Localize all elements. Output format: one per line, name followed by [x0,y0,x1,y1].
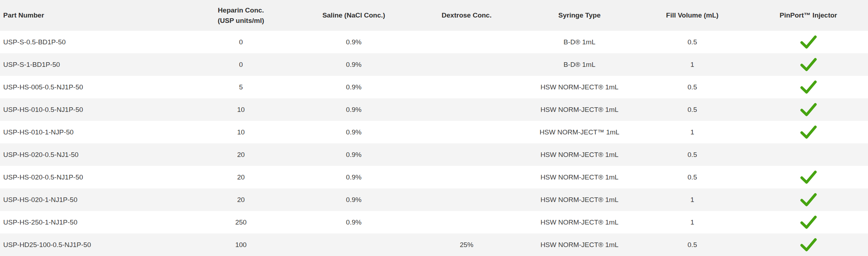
table-row: USP-HS-005-0.5-NJ1P-50 5 0.9% HSW NORM-J… [0,76,868,98]
check-icon [800,35,817,49]
cell-pinport-injector [749,31,868,53]
cell-pinport-injector [749,98,868,121]
cell-dextrose-conc: 25% [410,233,523,256]
column-header-fill-volume: Fill Volume (mL) [636,0,749,31]
table-row: USP-HS-010-0.5-NJ1P-50 10 0.9% HSW NORM-… [0,98,868,121]
cell-pinport-injector [749,143,868,166]
cell-part-number: USP-HS-020-0.5-NJ1-50 [0,143,184,166]
cell-pinport-injector [749,53,868,76]
cell-fill-volume: 0.5 [636,31,749,53]
table-row: USP-HS-020-1-NJ1P-50 20 0.9% HSW NORM-JE… [0,188,868,211]
cell-pinport-injector [749,121,868,143]
table-header: Part Number Heparin Conc. (USP units/ml)… [0,0,868,31]
check-icon [800,238,817,252]
table-row: USP-S-1-BD1P-50 0 0.9% B-D® 1mL 1 [0,53,868,76]
cell-dextrose-conc [410,98,523,121]
cell-fill-volume: 1 [636,211,749,233]
check-icon [800,125,817,139]
cell-pinport-injector [749,188,868,211]
table-row: USP-S-0.5-BD1P-50 0 0.9% B-D® 1mL 0.5 [0,31,868,53]
cell-pinport-injector [749,166,868,188]
check-icon [800,80,817,94]
cell-saline-conc: 0.9% [297,121,410,143]
cell-pinport-injector [749,233,868,256]
cell-saline-conc: 0.9% [297,211,410,233]
page: Part Number Heparin Conc. (USP units/ml)… [0,0,868,256]
cell-syringe-type: HSW NORM-JECT® 1mL [523,98,636,121]
cell-saline-conc [297,233,410,256]
cell-part-number: USP-S-1-BD1P-50 [0,53,184,76]
table-row: USP-HS-010-1-NJP-50 10 0.9% HSW NORM-JEC… [0,121,868,143]
syringe-products-table: Part Number Heparin Conc. (USP units/ml)… [0,0,868,256]
check-icon [800,215,817,230]
cell-saline-conc: 0.9% [297,76,410,98]
cell-dextrose-conc [410,76,523,98]
cell-saline-conc: 0.9% [297,31,410,53]
cell-part-number: USP-HS-010-0.5-NJ1P-50 [0,98,184,121]
column-header-part-number: Part Number [0,0,184,31]
cell-heparin-conc: 0 [184,31,297,53]
cell-dextrose-conc [410,31,523,53]
cell-fill-volume: 0.5 [636,143,749,166]
cell-dextrose-conc [410,53,523,76]
cell-heparin-conc: 5 [184,76,297,98]
cell-fill-volume: 0.5 [636,166,749,188]
cell-heparin-conc: 250 [184,211,297,233]
cell-part-number: USP-S-0.5-BD1P-50 [0,31,184,53]
cell-syringe-type: HSW NORM-JECT® 1mL [523,76,636,98]
cell-syringe-type: HSW NORM-JECT® 1mL [523,211,636,233]
cell-saline-conc: 0.9% [297,143,410,166]
table-row: USP-HS-250-1-NJ1P-50 250 0.9% HSW NORM-J… [0,211,868,233]
cell-pinport-injector [749,211,868,233]
check-icon [800,103,817,117]
check-icon [800,58,817,72]
cell-pinport-injector [749,76,868,98]
cell-part-number: USP-HS-010-1-NJP-50 [0,121,184,143]
cell-syringe-type: HSW NORM-JECT® 1mL [523,143,636,166]
cell-heparin-conc: 20 [184,143,297,166]
cell-part-number: USP-HS-020-0.5-NJ1P-50 [0,166,184,188]
cell-syringe-type: HSW NORM-JECT® 1mL [523,188,636,211]
table-row: USP-HD25-100-0.5-NJ1P-50 100 25% HSW NOR… [0,233,868,256]
cell-fill-volume: 0.5 [636,76,749,98]
cell-saline-conc: 0.9% [297,98,410,121]
cell-saline-conc: 0.9% [297,166,410,188]
cell-fill-volume: 1 [636,188,749,211]
cell-saline-conc: 0.9% [297,188,410,211]
cell-heparin-conc: 0 [184,53,297,76]
cell-part-number: USP-HD25-100-0.5-NJ1P-50 [0,233,184,256]
cell-fill-volume: 1 [636,121,749,143]
column-header-syringe-type: Syringe Type [523,0,636,31]
cell-part-number: USP-HS-005-0.5-NJ1P-50 [0,76,184,98]
cell-heparin-conc: 20 [184,166,297,188]
column-header-heparin-conc: Heparin Conc. (USP units/ml) [184,0,297,31]
cell-dextrose-conc [410,143,523,166]
check-icon [800,193,817,207]
column-header-dextrose-conc: Dextrose Conc. [410,0,523,31]
column-header-pinport-injector: PinPort™ Injector [749,0,868,31]
check-icon [800,170,817,184]
cell-part-number: USP-HS-250-1-NJ1P-50 [0,211,184,233]
cell-heparin-conc: 100 [184,233,297,256]
table-row: USP-HS-020-0.5-NJ1P-50 20 0.9% HSW NORM-… [0,166,868,188]
cell-fill-volume: 1 [636,53,749,76]
cell-syringe-type: B-D® 1mL [523,53,636,76]
cell-heparin-conc: 10 [184,98,297,121]
cell-fill-volume: 0.5 [636,98,749,121]
column-header-saline-conc: Saline (NaCl Conc.) [297,0,410,31]
cell-syringe-type: HSW NORM-JECT® 1mL [523,233,636,256]
cell-fill-volume: 0.5 [636,233,749,256]
cell-dextrose-conc [410,121,523,143]
cell-syringe-type: B-D® 1mL [523,31,636,53]
cell-dextrose-conc [410,188,523,211]
cell-dextrose-conc [410,211,523,233]
cell-syringe-type: HSW NORM-JECT® 1mL [523,166,636,188]
table-row: USP-HS-020-0.5-NJ1-50 20 0.9% HSW NORM-J… [0,143,868,166]
cell-heparin-conc: 10 [184,121,297,143]
cell-part-number: USP-HS-020-1-NJ1P-50 [0,188,184,211]
cell-syringe-type: HSW NORM-JECT™ 1mL [523,121,636,143]
cell-saline-conc: 0.9% [297,53,410,76]
table-body: USP-S-0.5-BD1P-50 0 0.9% B-D® 1mL 0.5 US… [0,31,868,256]
cell-dextrose-conc [410,166,523,188]
cell-heparin-conc: 20 [184,188,297,211]
